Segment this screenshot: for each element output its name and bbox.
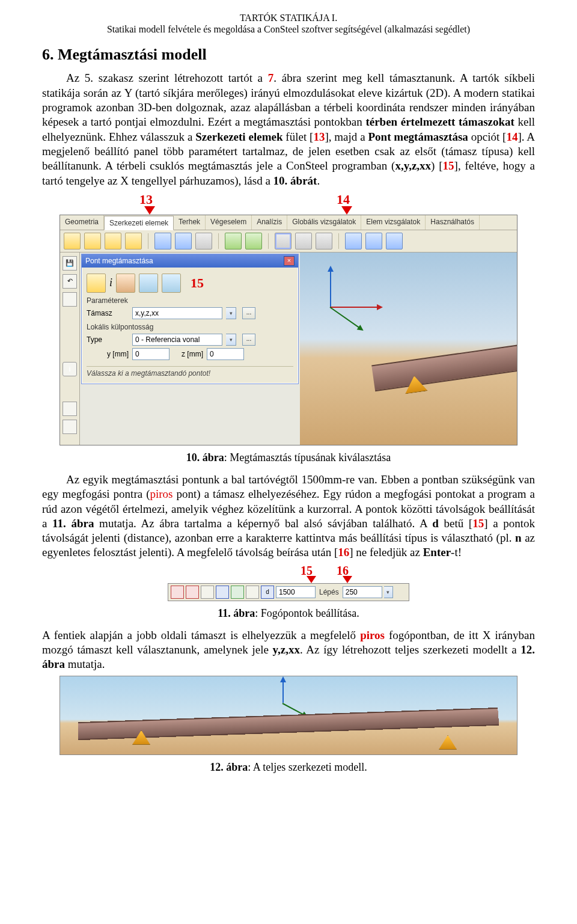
left-save-icon[interactable]: 💾 (63, 256, 77, 271)
snap-icon-2[interactable] (186, 586, 199, 599)
panel-icons-row: i 15 (87, 274, 293, 293)
snap-step-label: Lépés (319, 588, 339, 596)
piros-1: piros (150, 488, 173, 500)
tab-analizis[interactable]: Analízis (252, 215, 287, 230)
ref-15: 15 (443, 159, 454, 172)
marker-15b-arrow (307, 576, 316, 583)
type-more-button[interactable]: ... (242, 334, 255, 346)
paragraph-2: Az egyik megtámasztási pontunk a bal tar… (42, 473, 535, 560)
panel-mode-icon-2[interactable] (116, 274, 135, 293)
z-field[interactable]: 0 (207, 348, 244, 360)
panel-body: i 15 Paraméterek Támasz x,y,z,xx▾ ... (82, 268, 298, 384)
left-undo-icon[interactable]: ↶ (63, 274, 77, 289)
tab-hasznalhatosag[interactable]: Használhatós (426, 215, 480, 230)
left-print-icon[interactable] (63, 402, 77, 416)
tab-szerkezeti-elemek[interactable]: Szerkezeti elemek (104, 216, 174, 230)
screenshot-full-model (60, 676, 517, 755)
beam-element (371, 344, 517, 391)
tab-globalis[interactable]: Globális vizsgálatok (287, 215, 361, 230)
snap-icon-3[interactable] (201, 586, 214, 599)
left-toolbar: 💾 ↶ i (60, 252, 80, 445)
lokalis-label: Lokális külpontosság (87, 323, 293, 331)
panel-title-text: Pont megtámasztása (85, 257, 153, 265)
tamasz-dropdown-arrow[interactable]: ▾ (226, 307, 236, 319)
panel-mode-icon-1[interactable] (87, 274, 106, 293)
fig10-caption: 10. ábra: Megtámasztás típusának kiválas… (42, 451, 535, 464)
section-title: 6. Megtámasztási modell (42, 46, 535, 64)
marker-arrows-15-16: 15 16 (42, 564, 535, 583)
left-tool-icon[interactable] (63, 292, 77, 307)
tab-terhek[interactable]: Terhek (174, 215, 206, 230)
3d-viewport[interactable] (300, 252, 517, 445)
axis-y-2 (282, 703, 304, 715)
header-line2: Statikai modell felvétele és megoldása a… (42, 23, 535, 35)
ribbon-icon-6[interactable] (175, 233, 192, 249)
axis-y (329, 307, 359, 328)
panel-mode-icon-3[interactable] (139, 274, 158, 293)
ribbon-icon-4[interactable] (125, 233, 142, 249)
ribbon-icon-2[interactable] (84, 233, 101, 249)
paragraph-1: Az 5. szakasz szerint létrehozott tartót… (42, 71, 535, 188)
panel-close-button[interactable]: × (284, 256, 295, 266)
y-label: y [mm] (87, 350, 129, 358)
ribbon-icon-9[interactable] (245, 233, 262, 249)
z-label: z [mm] (173, 350, 203, 358)
marker-14-arrow (341, 206, 352, 215)
left-info-icon[interactable]: i (63, 362, 77, 376)
snap-icon-1[interactable] (171, 586, 184, 599)
point-support-panel: Pont megtámasztása × i 15 Paraméterek (81, 254, 299, 384)
y-field[interactable]: 0 (132, 348, 169, 360)
ribbon-icon-12[interactable] (316, 233, 332, 249)
axis-x (330, 307, 378, 308)
paragraph-3: A fentiek alapján a jobb oldali támaszt … (42, 628, 535, 672)
param-label: Paraméterek (87, 296, 293, 305)
ribbon-sep-1 (148, 233, 148, 249)
marker-16-arrow (343, 576, 352, 583)
snap-d-field[interactable]: 1500 (276, 586, 316, 598)
marker-13-arrow (144, 206, 155, 215)
ribbon-icon-11[interactable] (295, 233, 312, 249)
ribbon-point-support-icon[interactable] (275, 233, 292, 249)
fig11-caption: 11. ábra: Fogópontok beállítása. (42, 607, 535, 620)
left-report-icon[interactable] (63, 420, 77, 434)
fig12-caption: 12. ábra: A teljes szerkezeti modell. (42, 761, 535, 774)
tab-elem-vizsgalatok[interactable]: Elem vizsgálatok (361, 215, 426, 230)
tamasz-more-button[interactable]: ... (242, 307, 255, 319)
snap-icon-5[interactable] (231, 586, 244, 599)
screenshot-snap-toolbar: d 1500 Lépés 250 ▾ (168, 583, 409, 601)
tamasz-label: Támasz (87, 309, 129, 317)
tab-vegeselem[interactable]: Végeselem (206, 215, 252, 230)
panel-mode-icon-4[interactable] (162, 274, 181, 293)
tamasz-field[interactable]: x,y,z,xx (132, 307, 222, 319)
snap-step-field[interactable]: 250 (343, 586, 382, 598)
type-label: Type (87, 335, 129, 344)
ribbon-icon-15[interactable] (386, 233, 403, 249)
header-line1: TARTÓK STATIKÁJA I. (42, 12, 535, 23)
support-right (439, 735, 457, 750)
ribbon-icon-7[interactable] (195, 233, 212, 249)
ribbon-icon-1[interactable] (64, 233, 81, 249)
main-tabs: Geometria Szerkezeti elemek Terhek Véges… (60, 215, 517, 230)
snap-step-dropdown[interactable]: ▾ (384, 586, 393, 598)
ribbon-toolbar (60, 230, 517, 252)
marker-15-inline: 15 (191, 275, 204, 291)
type-dropdown-arrow[interactable]: ▾ (226, 334, 236, 346)
ref-16: 16 (338, 546, 349, 558)
tab-geometria[interactable]: Geometria (60, 215, 104, 230)
snap-icon-6[interactable] (246, 586, 259, 599)
screenshot-consteel-main: Geometria Szerkezeti elemek Terhek Véges… (60, 215, 517, 445)
snap-d-button[interactable]: d (261, 586, 274, 599)
ribbon-sep-2 (218, 233, 219, 249)
workspace: 💾 ↶ i Pont megtámasztása × (60, 252, 517, 445)
ribbon-icon-8[interactable] (225, 233, 242, 249)
page-header: TARTÓK STATIKÁJA I. Statikai modell felv… (42, 12, 535, 35)
ribbon-icon-13[interactable] (345, 233, 362, 249)
ribbon-icon-5[interactable] (154, 233, 171, 249)
snap-icon-4[interactable] (216, 586, 229, 599)
ref-15b: 15 (472, 517, 484, 530)
ref-14: 14 (506, 130, 517, 143)
marker-14-label: 14 (337, 192, 350, 207)
type-field[interactable]: 0 - Referencia vonal (132, 334, 222, 346)
ribbon-icon-14[interactable] (365, 233, 382, 249)
ribbon-icon-3[interactable] (105, 233, 121, 249)
